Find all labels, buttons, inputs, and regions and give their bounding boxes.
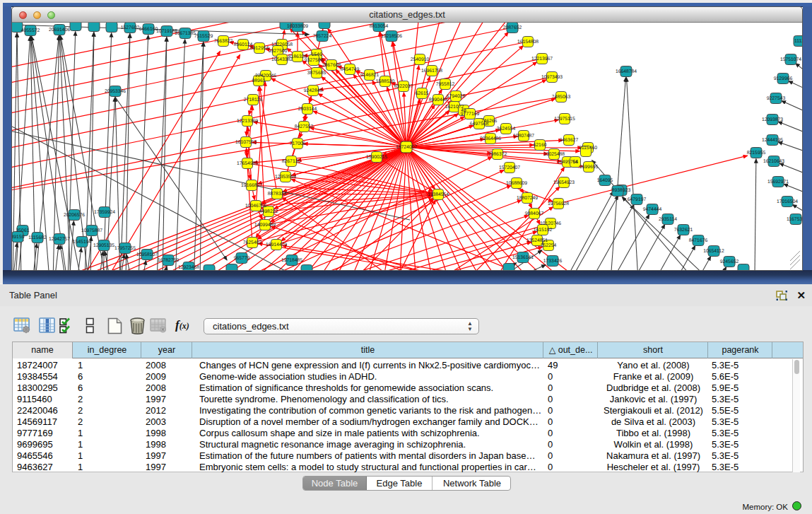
svg-text:12923468: 12923468	[178, 265, 199, 270]
svg-text:10654112: 10654112	[703, 249, 724, 254]
svg-text:35061: 35061	[16, 228, 30, 233]
svg-text:16033809: 16033809	[287, 24, 308, 29]
svg-text:98961: 98961	[252, 78, 266, 83]
svg-text:1545194: 1545194	[73, 240, 92, 245]
svg-text:9129966: 9129966	[774, 76, 793, 81]
svg-text:9777169: 9777169	[461, 112, 480, 117]
svg-text:62615: 62615	[416, 91, 429, 96]
svg-text:1112: 1112	[794, 39, 802, 44]
svg-text:7515529: 7515529	[194, 34, 213, 39]
svg-text:2087652: 2087652	[503, 25, 522, 30]
svg-text:15720407: 15720407	[499, 165, 520, 170]
svg-text:10046756: 10046756	[245, 204, 266, 209]
svg-text:19384554: 19384554	[428, 192, 449, 197]
svg-text:2718126: 2718126	[244, 98, 263, 103]
svg-text:39159: 39159	[12, 235, 25, 240]
svg-text:8215955: 8215955	[747, 151, 766, 156]
svg-text:17016504: 17016504	[777, 199, 798, 204]
svg-text:8267130: 8267130	[282, 159, 301, 164]
svg-text:1588520: 1588520	[376, 79, 395, 84]
svg-text:9463627: 9463627	[560, 138, 579, 143]
svg-text:9327508: 9327508	[305, 58, 324, 63]
svg-text:12975115: 12975115	[554, 117, 575, 122]
svg-text:20364486: 20364486	[480, 136, 501, 141]
svg-text:13524851: 13524851	[526, 238, 548, 243]
svg-text:1615192: 1615192	[534, 228, 553, 233]
svg-text:16782759: 16782759	[158, 258, 179, 263]
svg-text:20206576: 20206576	[64, 213, 85, 218]
svg-text:64: 64	[572, 160, 578, 165]
svg-text:9084067: 9084067	[525, 211, 544, 216]
svg-text:19654923: 19654923	[553, 180, 575, 185]
svg-text:19166827: 19166827	[241, 183, 262, 188]
svg-text:14099489: 14099489	[254, 223, 276, 228]
svg-text:17957255: 17957255	[114, 246, 136, 251]
svg-text:7663822: 7663822	[214, 39, 233, 44]
svg-text:16914479: 16914479	[266, 243, 287, 247]
svg-text:16154808: 16154808	[517, 40, 539, 45]
svg-text:16961758: 16961758	[421, 69, 442, 74]
svg-text:12353594: 12353594	[275, 175, 296, 180]
svg-text:7632621: 7632621	[674, 228, 693, 233]
svg-text:3875685: 3875685	[307, 71, 326, 76]
svg-text:18724007: 18724007	[396, 145, 417, 150]
svg-text:8471676: 8471676	[689, 238, 708, 243]
svg-text:6497568: 6497568	[470, 122, 489, 127]
svg-text:9227543: 9227543	[767, 96, 786, 101]
svg-text:17654985: 17654985	[237, 161, 258, 166]
svg-text:8990448: 8990448	[429, 98, 448, 103]
svg-text:6794028: 6794028	[447, 94, 466, 99]
svg-text:7986372: 7986372	[488, 152, 507, 157]
svg-text:6479197: 6479197	[628, 197, 647, 202]
svg-text:8427552: 8427552	[295, 124, 314, 129]
svg-text:15900215: 15900215	[366, 155, 387, 160]
svg-text:12093873: 12093873	[762, 117, 783, 122]
svg-text:7857224: 7857224	[313, 34, 332, 39]
svg-text:9474444: 9474444	[643, 207, 662, 212]
svg-text:12444195: 12444195	[762, 138, 783, 143]
svg-text:9146821: 9146821	[360, 73, 379, 78]
svg-text:19756928: 19756928	[548, 201, 569, 206]
svg-text:164095: 164095	[597, 178, 613, 183]
svg-text:10807487: 10807487	[513, 134, 534, 139]
svg-text:16107553: 16107553	[235, 140, 257, 145]
svg-text:9242848: 9242848	[304, 88, 323, 93]
svg-text:6466160: 6466160	[139, 27, 158, 32]
svg-text:717006: 717006	[290, 141, 306, 146]
svg-text:9115460: 9115460	[579, 146, 597, 151]
svg-text:10120746: 10120746	[540, 221, 561, 226]
svg-text:10025488: 10025488	[543, 152, 565, 157]
svg-text:18807249: 18807249	[517, 196, 538, 201]
svg-text:12905135: 12905135	[93, 243, 114, 248]
svg-text:7955812: 7955812	[436, 82, 455, 87]
svg-text:9327500: 9327500	[269, 49, 288, 54]
svg-text:9699695: 9699695	[579, 165, 599, 170]
svg-text:15751074: 15751074	[780, 57, 801, 62]
svg-text:4498222: 4498222	[259, 209, 278, 214]
svg-text:2935114: 2935114	[659, 217, 677, 222]
svg-text:965779: 965779	[234, 256, 250, 261]
svg-text:1167533: 1167533	[787, 217, 802, 222]
svg-text:20691406: 20691406	[49, 28, 70, 33]
svg-text:8454749: 8454749	[341, 67, 360, 72]
svg-text:7485063: 7485063	[552, 95, 571, 100]
svg-text:8938923: 8938923	[612, 188, 631, 193]
svg-text:2803144: 2803144	[298, 107, 317, 112]
svg-text:13226058: 13226058	[271, 42, 293, 47]
svg-text:1527602: 1527602	[121, 25, 140, 30]
svg-text:10975887: 10975887	[81, 228, 102, 233]
svg-text:9245652: 9245652	[720, 259, 739, 264]
svg-text:62160: 62160	[534, 143, 547, 148]
svg-text:17359924: 17359924	[94, 210, 115, 215]
svg-text:10973493: 10973493	[541, 75, 563, 80]
svg-text:15692971: 15692971	[767, 180, 789, 185]
svg-text:8322037: 8322037	[394, 84, 413, 89]
svg-text:19718485: 19718485	[281, 258, 302, 263]
svg-text:19218506: 19218506	[381, 34, 402, 39]
svg-text:10958107: 10958107	[136, 252, 158, 257]
svg-text:1115682: 1115682	[28, 235, 47, 240]
svg-text:8912954: 8912954	[250, 46, 269, 51]
svg-text:8878334: 8878334	[268, 192, 287, 197]
svg-text:20953346: 20953346	[105, 89, 126, 94]
svg-text:7625402: 7625402	[243, 240, 262, 245]
